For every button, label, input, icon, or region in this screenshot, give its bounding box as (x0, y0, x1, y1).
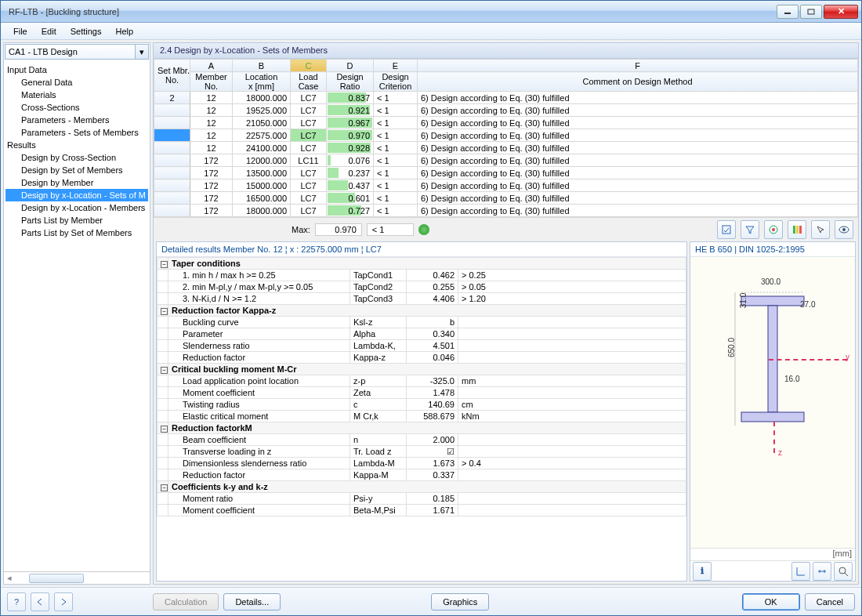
next-table-icon[interactable] (54, 592, 73, 611)
cs-unit: [mm] (690, 548, 855, 560)
tree-parts-member[interactable]: Parts List by Member (5, 214, 148, 226)
table-row[interactable]: 17215000.000LC70.437< 16) Design accordi… (154, 179, 858, 192)
grid-set-no[interactable] (154, 104, 190, 117)
grid-col-letter-f[interactable]: F (418, 60, 858, 72)
cancel-button[interactable]: Cancel (805, 593, 855, 611)
cs-dim-tf: 31.0 (739, 293, 748, 308)
table-row[interactable]: 1219525.000LC70.921< 16) Design accordin… (154, 104, 858, 117)
grid-set-no[interactable] (154, 205, 190, 217)
filter-icon[interactable] (741, 220, 759, 239)
sidebar: CA1 - LTB Design ▾ Input Data General Da… (3, 42, 150, 585)
tree-des-set-members[interactable]: Design by Set of Members (5, 164, 148, 176)
grid-header-member[interactable]: Member No. (190, 72, 233, 92)
menu-help[interactable]: Help (109, 24, 139, 38)
grid-loadcase: LC7 (291, 117, 327, 129)
graphics-button[interactable]: Graphics (431, 593, 489, 611)
grid-set-no[interactable] (154, 142, 190, 154)
maximize-button[interactable] (800, 5, 822, 19)
grid-criterion: < 1 (374, 117, 418, 129)
grid-col-letter-c[interactable]: C (291, 60, 327, 72)
grid-member-no: 172 (190, 192, 233, 205)
menu-settings[interactable]: Settings (64, 24, 108, 38)
eye-icon[interactable] (835, 220, 853, 239)
grid-header-ratio[interactable]: Design Ratio (327, 72, 374, 92)
grid-set-no[interactable] (154, 179, 190, 192)
table-row[interactable]: 17213500.000LC70.237< 16) Design accordi… (154, 167, 858, 179)
zoom-icon[interactable] (834, 562, 853, 581)
max-label: Max: (292, 225, 310, 234)
table-row[interactable]: 1222575.000LC70.970< 16) Design accordin… (154, 129, 858, 142)
table-row[interactable]: 1221050.000LC70.967< 16) Design accordin… (154, 117, 858, 129)
menu-edit[interactable]: Edit (35, 24, 63, 38)
tree-des-cross-section[interactable]: Design by Cross-Section (5, 151, 148, 164)
axis-toggle-icon[interactable] (791, 562, 810, 581)
grid-set-no[interactable] (154, 117, 190, 129)
grid-loadcase: LC7 (291, 104, 327, 117)
grid-header-loadcase[interactable]: Load Case (291, 72, 327, 92)
svg-point-4 (772, 228, 775, 231)
grid-col-letter-a[interactable]: A (190, 60, 233, 72)
grid-col-letter-d[interactable]: D (327, 60, 374, 72)
pick-icon[interactable] (811, 220, 830, 239)
help-button[interactable]: ? (7, 592, 26, 611)
case-combobox[interactable]: CA1 - LTB Design ▾ (5, 44, 149, 60)
grid-col-letter-b[interactable]: B (233, 60, 291, 72)
tree-parameters-sets[interactable]: Parameters - Sets of Members (5, 126, 148, 139)
cs-axis-y: y (846, 353, 849, 361)
details-button[interactable]: Details... (223, 593, 281, 611)
calculation-button[interactable]: Calculation (153, 593, 219, 611)
grid-comment: 6) Design according to Eq. (30) fulfille… (418, 92, 858, 104)
color-scale-icon[interactable] (788, 220, 806, 239)
tree-des-member[interactable]: Design by Member (5, 176, 148, 189)
table-row[interactable]: 17218000.000LC70.727< 16) Design accordi… (154, 205, 858, 217)
tree-parts-set[interactable]: Parts List by Set of Members (5, 226, 148, 239)
grid-set-no[interactable] (154, 154, 190, 167)
grid-set-no[interactable] (154, 192, 190, 205)
table-row[interactable]: 17216500.000LC70.601< 16) Design accordi… (154, 192, 858, 205)
tree-general-data[interactable]: General Data (5, 76, 148, 89)
tree-parameters-members[interactable]: Parameters - Members (5, 114, 148, 126)
max-criterion: < 1 (367, 223, 414, 236)
grid-set-no[interactable] (154, 167, 190, 179)
svg-rect-7 (799, 226, 802, 234)
tree-materials[interactable]: Materials (5, 89, 148, 101)
tree-cross-sections[interactable]: Cross-Sections (5, 101, 148, 114)
tree-des-xloc-sets[interactable]: Design by x-Location - Sets of M (5, 189, 148, 201)
max-row: Max: 0.970 < 1 (154, 217, 858, 241)
grid-corner[interactable]: Set Mbr. No. (154, 60, 190, 92)
grid-set-no[interactable]: 2 (154, 92, 190, 104)
cs-dim-r: 27.0 (800, 300, 815, 309)
info-icon[interactable]: ℹ (693, 562, 712, 581)
view-result-icon[interactable] (764, 220, 783, 239)
sort-icon[interactable] (717, 220, 736, 239)
menu-file[interactable]: File (7, 24, 34, 38)
close-button[interactable]: ✕ (824, 5, 858, 19)
minimize-button[interactable] (777, 5, 799, 19)
grid-header-criterion[interactable]: Design Criterion (374, 72, 418, 92)
dimension-icon[interactable] (813, 562, 831, 581)
details-table[interactable]: −Taper conditions1. min h / max h >= 0.2… (157, 257, 686, 516)
grid-set-no[interactable] (154, 129, 190, 142)
chevron-down-icon[interactable]: ▾ (135, 45, 148, 59)
tree-root-results[interactable]: Results (5, 139, 148, 151)
table-row[interactable]: 21218000.000LC70.837< 16) Design accordi… (154, 92, 858, 104)
grid-loadcase: LC7 (291, 129, 327, 142)
grid-header-comment[interactable]: Comment on Design Method (418, 72, 858, 92)
grid-col-letter-e[interactable]: E (374, 60, 418, 72)
prev-table-icon[interactable] (31, 592, 49, 611)
table-row[interactable]: 1224100.000LC70.928< 16) Design accordin… (154, 142, 858, 154)
tree-des-xloc-members[interactable]: Design by x-Location - Members (5, 201, 148, 214)
grid-criterion: < 1 (374, 167, 418, 179)
title-bar: RF-LTB - [Buckling structure] ✕ (1, 1, 861, 23)
grid-criterion: < 1 (374, 129, 418, 142)
ok-button[interactable]: OK (742, 593, 800, 611)
grid-location: 18000.000 (233, 205, 291, 217)
tree-root-input[interactable]: Input Data (5, 63, 148, 76)
navigator-tree[interactable]: Input Data General Data Materials Cross-… (4, 60, 150, 242)
grid-criterion: < 1 (374, 192, 418, 205)
sidebar-scrollbar[interactable]: ◂ (4, 571, 150, 584)
table-row[interactable]: 17212000.000LC110.076< 16) Design accord… (154, 154, 858, 167)
grid-header-location[interactable]: Location x [mm] (233, 72, 291, 92)
svg-rect-6 (796, 226, 799, 234)
results-grid[interactable]: Set Mbr. No. A B C D E F Member No. Loca… (154, 59, 858, 217)
